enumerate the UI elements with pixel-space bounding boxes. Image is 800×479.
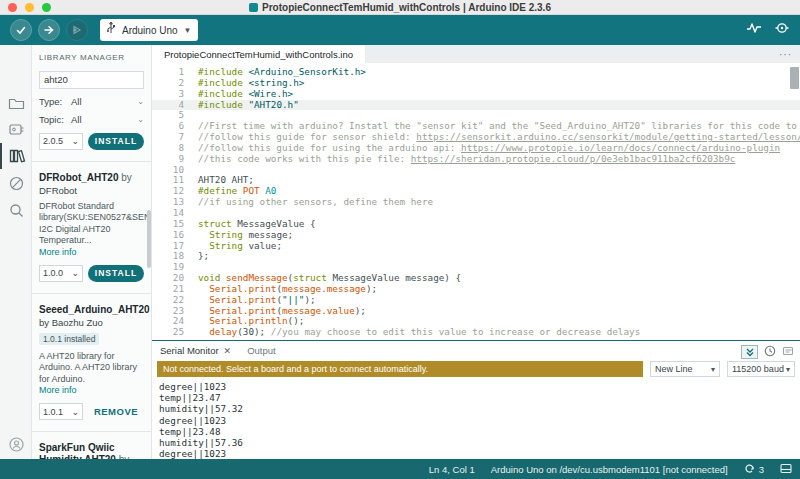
serial-output-line: humidity||57.32 bbox=[159, 403, 800, 414]
serial-output-line: degree||1023 bbox=[159, 415, 800, 426]
type-filter-value: All bbox=[71, 96, 137, 107]
topic-filter[interactable]: Topic: All ⌄ bbox=[39, 114, 144, 125]
serial-monitor-icon[interactable] bbox=[774, 21, 790, 39]
zoom-window-button[interactable] bbox=[42, 3, 51, 12]
code-line: 16 String message; bbox=[152, 230, 800, 241]
sidebar-scrollbar[interactable] bbox=[147, 210, 151, 268]
line-number: 22 bbox=[152, 295, 198, 306]
library-author: by Baozhu Zuo bbox=[39, 317, 144, 328]
topic-filter-value: All bbox=[71, 114, 137, 125]
type-filter[interactable]: Type: All ⌄ bbox=[39, 96, 144, 107]
divider bbox=[32, 293, 151, 294]
close-window-button[interactable] bbox=[8, 3, 17, 12]
not-connected-banner: Not connected. Select a board and a port… bbox=[157, 361, 643, 377]
code-line: 4#include "AHT20.h" bbox=[152, 100, 800, 111]
library-name: DFRobot_AHT20 by bbox=[39, 172, 144, 184]
code-line: 3#include <Wire.h> bbox=[152, 89, 800, 100]
baud-rate-select[interactable]: 115200 baud ▾ bbox=[727, 361, 795, 377]
code-line: 22 Serial.print("||"); bbox=[152, 295, 800, 306]
code-line: 13//if using other sensors, define them … bbox=[152, 197, 800, 208]
code-line: 18}; bbox=[152, 251, 800, 262]
serial-output[interactable]: degree||1023temp||23.47humidity||57.32de… bbox=[152, 378, 800, 459]
activity-bar bbox=[0, 45, 32, 459]
debug-button bbox=[66, 19, 88, 41]
line-ending-select[interactable]: New Line ▾ bbox=[650, 361, 720, 377]
serial-monitor-tab[interactable]: Serial Monitor ✕ bbox=[160, 345, 231, 356]
code-editor[interactable]: 1#include <Arduino_SensorKit.h>2#include… bbox=[152, 63, 800, 340]
library-name: SparkFun Qwiic Humidity AHT20 by... bbox=[39, 442, 144, 459]
boards-manager-icon[interactable] bbox=[8, 121, 25, 138]
library-description: DFRobot Standard library(SKU:SEN0527&SEN… bbox=[39, 201, 144, 247]
verify-button[interactable] bbox=[10, 19, 32, 41]
editor-tab-bar: ProtopieConnectTemHumid_withControls.ino… bbox=[152, 45, 800, 63]
more-info-link[interactable]: More info bbox=[39, 385, 144, 395]
sync-icon bbox=[744, 463, 755, 476]
panel-header: LIBRARY MANAGER bbox=[39, 53, 144, 62]
close-icon[interactable]: ✕ bbox=[224, 346, 232, 356]
upload-button[interactable] bbox=[38, 19, 60, 41]
library-card-sparkfun: SparkFun Qwiic Humidity AHT20 by... A li… bbox=[39, 442, 144, 459]
output-tab[interactable]: Output bbox=[247, 345, 276, 356]
check-icon bbox=[15, 24, 27, 36]
library-search-input[interactable] bbox=[39, 71, 144, 89]
account-icon[interactable] bbox=[8, 436, 25, 453]
chevron-down-icon: ▾ bbox=[786, 365, 790, 374]
chevron-down-icon: ▾ bbox=[711, 365, 715, 374]
version-select[interactable]: 2.0.5 ⌄ bbox=[39, 133, 83, 150]
line-number: 2 bbox=[152, 78, 198, 89]
serial-output-line: degree||1023 bbox=[159, 381, 800, 392]
search-icon[interactable] bbox=[8, 202, 25, 219]
debug-panel-icon[interactable] bbox=[8, 175, 25, 192]
line-number: 6 bbox=[152, 121, 198, 132]
divider bbox=[32, 161, 151, 162]
remove-button[interactable]: REMOVE bbox=[88, 406, 144, 417]
editor-scrollbar[interactable] bbox=[790, 67, 799, 89]
more-actions-button[interactable]: ··· bbox=[779, 45, 792, 63]
sketch-tab[interactable]: ProtopieConnectTemHumid_withControls.ino bbox=[152, 45, 365, 63]
chevron-down-icon: ⌄ bbox=[71, 407, 79, 417]
arduino-ide-window: ProtopieConnectTemHumid_withControls | A… bbox=[0, 0, 800, 479]
line-number: 3 bbox=[152, 89, 198, 100]
panel-toggle-icon[interactable] bbox=[780, 463, 792, 476]
timestamp-toggle-icon[interactable] bbox=[764, 343, 776, 361]
clear-output-icon[interactable] bbox=[782, 343, 794, 361]
active-tab-indicator bbox=[0, 143, 2, 169]
serial-output-line: degree||1023 bbox=[159, 448, 800, 459]
cursor-position[interactable]: Ln 4, Col 1 bbox=[429, 464, 475, 475]
library-description: A AHT20 library for Arduino. A AHT20 lib… bbox=[39, 351, 144, 386]
library-card-seeed: Seeed_Arduino_AHT20 by Baozhu Zuo 1.0.1 … bbox=[39, 304, 144, 421]
autoscroll-toggle[interactable] bbox=[741, 345, 758, 359]
line-number: 5 bbox=[152, 110, 198, 121]
serial-output-line: temp||23.47 bbox=[159, 392, 800, 403]
chevron-down-icon: ⌄ bbox=[71, 136, 79, 146]
serial-plotter-icon[interactable] bbox=[746, 21, 762, 39]
usb-icon bbox=[106, 21, 116, 39]
install-button[interactable]: INSTALL bbox=[88, 133, 144, 150]
line-number: 16 bbox=[152, 230, 198, 241]
library-card-dfrobot: DFRobot_AHT20 by DFRobot DFRobot Standar… bbox=[39, 172, 144, 282]
library-name: Seeed_Arduino_AHT20 bbox=[39, 304, 144, 316]
version-select[interactable]: 1.0.1 ⌄ bbox=[39, 403, 83, 420]
board-port-status[interactable]: Arduino Uno on /dev/cu.usbmodem1101 [not… bbox=[491, 464, 728, 475]
arrow-right-icon bbox=[43, 24, 55, 36]
code-line: 9//this code works with this pie file: h… bbox=[152, 154, 800, 165]
board-selector-label: Arduino Uno bbox=[122, 25, 178, 36]
code-line: 17 String value; bbox=[152, 241, 800, 252]
chevron-double-down-icon bbox=[745, 343, 755, 361]
sketch-doc-icon bbox=[249, 3, 258, 12]
minimize-window-button[interactable] bbox=[25, 3, 34, 12]
status-bar: Ln 4, Col 1 Arduino Uno on /dev/cu.usbmo… bbox=[0, 459, 800, 479]
install-button[interactable]: INSTALL bbox=[88, 265, 144, 282]
window-title: ProtopieConnectTemHumid_withControls | A… bbox=[249, 2, 551, 13]
line-number: 8 bbox=[152, 143, 198, 154]
more-info-link[interactable]: More info bbox=[39, 247, 144, 257]
serial-output-line: temp||23.48 bbox=[159, 426, 800, 437]
line-number: 4 bbox=[152, 100, 198, 111]
version-select[interactable]: 1.0.0 ⌄ bbox=[39, 265, 83, 282]
board-selector[interactable]: Arduino Uno ▼ bbox=[100, 19, 198, 41]
sketchbook-folder-icon[interactable] bbox=[8, 95, 25, 112]
debug-icon bbox=[71, 24, 83, 36]
installed-badge: 1.0.1 installed bbox=[39, 333, 99, 345]
library-manager-icon[interactable] bbox=[8, 147, 25, 164]
sync-indicator[interactable]: 3 bbox=[744, 463, 764, 476]
